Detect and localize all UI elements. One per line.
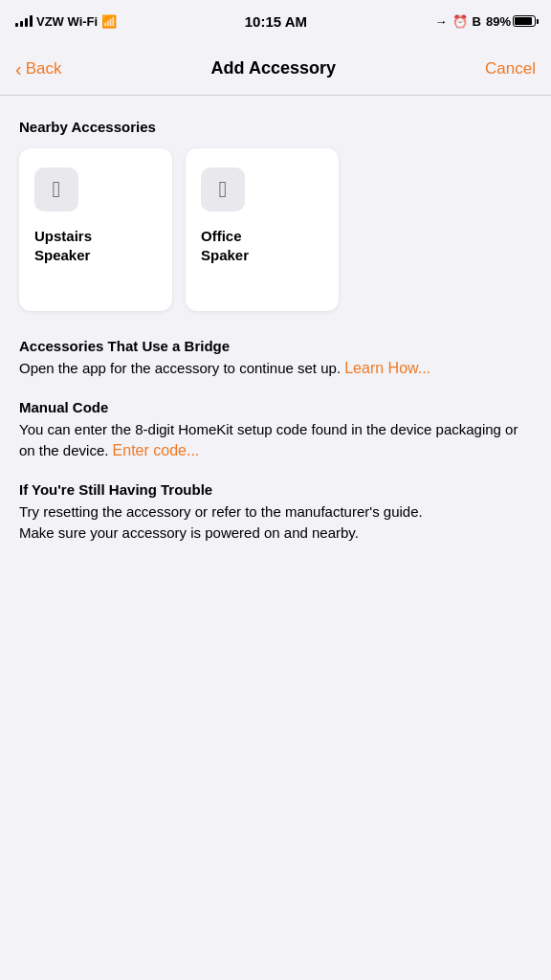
trouble-section: If You're Still Having Trouble Try reset… bbox=[19, 481, 532, 545]
cancel-button[interactable]: Cancel bbox=[485, 59, 536, 78]
bridge-section: Accessories That Use a Bridge Open the a… bbox=[19, 338, 532, 380]
status-right: → ⏰ B 89% bbox=[435, 14, 536, 29]
accessory-icon-wrap:  bbox=[34, 167, 78, 212]
battery-fill bbox=[515, 17, 532, 25]
bridge-title: Accessories That Use a Bridge bbox=[19, 338, 532, 354]
apple-logo-icon:  bbox=[53, 178, 61, 201]
accessory-name-office: OfficeSpaker bbox=[201, 227, 249, 264]
manual-code-title: Manual Code bbox=[19, 399, 532, 415]
manual-code-section: Manual Code You can enter the 8-digit Ho… bbox=[19, 399, 532, 462]
learn-how-link[interactable]: Learn How... bbox=[344, 360, 430, 376]
accessory-card-upstairs-speaker[interactable]:  UpstairsSpeaker bbox=[19, 148, 172, 311]
status-carrier: VZW Wi-Fi 📶 bbox=[15, 14, 117, 29]
signal-icon bbox=[15, 15, 33, 27]
bluetooth-icon: B bbox=[473, 14, 481, 29]
wifi-icon: 📶 bbox=[101, 14, 117, 29]
chevron-left-icon: ‹ bbox=[15, 59, 22, 78]
trouble-title: If You're Still Having Trouble bbox=[19, 481, 532, 498]
status-time: 10:15 AM bbox=[245, 13, 307, 30]
main-content: Nearby Accessories  UpstairsSpeaker  O… bbox=[0, 96, 551, 980]
bridge-body: Open the app for the accessory to contin… bbox=[19, 360, 344, 376]
back-label: Back bbox=[26, 59, 62, 78]
battery-body bbox=[513, 15, 536, 27]
nearby-section-title: Nearby Accessories bbox=[19, 119, 532, 135]
back-button[interactable]: ‹ Back bbox=[15, 59, 61, 78]
battery-indicator: 89% bbox=[486, 14, 536, 29]
battery-percent: 89% bbox=[486, 14, 511, 29]
apple-logo-icon-2:  bbox=[219, 178, 228, 201]
status-bar: VZW Wi-Fi 📶 10:15 AM → ⏰ B 89% bbox=[0, 0, 551, 42]
accessories-grid:  UpstairsSpeaker  OfficeSpaker bbox=[19, 148, 532, 311]
page-title: Add Accessory bbox=[211, 58, 336, 78]
alarm-icon: ⏰ bbox=[452, 14, 468, 29]
location-icon: → bbox=[435, 14, 448, 29]
accessory-card-office-spaker[interactable]:  OfficeSpaker bbox=[186, 148, 339, 311]
enter-code-link[interactable]: Enter code... bbox=[113, 442, 200, 458]
nav-bar: ‹ Back Add Accessory Cancel bbox=[0, 42, 551, 96]
trouble-body: Try resetting the accessory or refer to … bbox=[19, 501, 532, 545]
accessory-name-upstairs: UpstairsSpeaker bbox=[34, 227, 92, 264]
accessory-icon-wrap-2:  bbox=[201, 167, 245, 212]
carrier-label: VZW Wi-Fi bbox=[36, 14, 98, 29]
manual-code-body: You can enter the 8-digit HomeKit setup … bbox=[19, 421, 518, 459]
